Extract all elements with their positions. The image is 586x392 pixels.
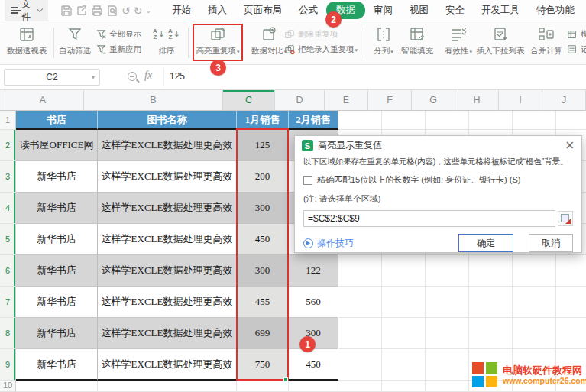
- data-validation-button[interactable]: 有效性▾: [440, 25, 477, 57]
- cell-B6[interactable]: 这样学EXCLE数据处理更高效: [98, 255, 237, 287]
- cell-H8[interactable]: [469, 318, 513, 349]
- header-cell-D1[interactable]: 2月销售: [289, 111, 338, 130]
- fill-handle[interactable]: [283, 377, 288, 382]
- select-all-corner[interactable]: [0, 90, 2, 111]
- cell-J6[interactable]: [556, 255, 586, 287]
- cell-A8[interactable]: 新华书店: [16, 318, 98, 349]
- column-header-A[interactable]: A: [2, 90, 84, 111]
- cell-C3[interactable]: 200: [237, 161, 289, 193]
- cell-B3[interactable]: 这样学EXCLE数据处理更高效: [98, 161, 237, 193]
- cell-G10[interactable]: [426, 381, 469, 392]
- cell-D7[interactable]: 560: [289, 287, 338, 318]
- smart-fill-button[interactable]: 智能填充: [397, 25, 437, 57]
- cell-E7[interactable]: [338, 287, 382, 318]
- record-form-button[interactable]: 记: [567, 44, 586, 55]
- reject-duplicates-button[interactable]: 拒绝录入重复项▾: [284, 44, 358, 55]
- cell-F8[interactable]: [382, 318, 426, 349]
- fx-icon[interactable]: fx: [144, 70, 152, 82]
- cell-B8[interactable]: 这样学EXCLE数据处理更高效: [98, 318, 237, 349]
- menu-tab-10[interactable]: 特色功能: [528, 2, 583, 19]
- cell-H6[interactable]: [469, 255, 513, 287]
- consolidate-button[interactable]: 合并计算: [527, 25, 565, 57]
- column-header-D[interactable]: D: [275, 90, 325, 111]
- export-icon[interactable]: [76, 3, 88, 18]
- cell-B7[interactable]: 这样学EXCLE数据处理更高效: [98, 287, 237, 318]
- cell-A4[interactable]: 新华书店: [16, 193, 98, 224]
- row-number-4[interactable]: 4: [0, 193, 16, 224]
- header-cell-A1[interactable]: 书店: [16, 111, 98, 130]
- save-icon[interactable]: [60, 3, 73, 18]
- customize-toolbar-icon[interactable]: ⌄: [145, 3, 151, 18]
- redo-icon[interactable]: ↻: [134, 3, 143, 18]
- tips-link[interactable]: ▶ 操作技巧: [303, 237, 354, 250]
- header-cell-B1[interactable]: 图书名称: [98, 111, 237, 130]
- menu-tab-8[interactable]: 安全: [437, 2, 473, 19]
- cell-J7[interactable]: [556, 287, 586, 318]
- column-header-G[interactable]: G: [412, 90, 455, 111]
- column-header-I[interactable]: I: [499, 90, 542, 111]
- row-number-7[interactable]: 7: [0, 287, 16, 318]
- cell-A9[interactable]: 新华书店: [16, 349, 98, 381]
- cell-J1[interactable]: [556, 111, 586, 130]
- cell-H1[interactable]: [469, 111, 513, 130]
- cell-C6[interactable]: 300: [237, 255, 289, 287]
- row-number-9[interactable]: 9: [0, 349, 16, 381]
- what-if-button[interactable]: 模: [567, 28, 586, 40]
- cell-D9[interactable]: 450: [289, 349, 338, 381]
- insert-dropdown-list-button[interactable]: 插入下拉列表: [475, 25, 526, 57]
- cell-F6[interactable]: [382, 255, 426, 287]
- cell-F7[interactable]: [382, 287, 426, 318]
- cell-G9[interactable]: [426, 349, 469, 381]
- print-preview-icon[interactable]: [106, 3, 118, 18]
- cell-G7[interactable]: [426, 287, 469, 318]
- row-number-8[interactable]: 8: [0, 318, 16, 349]
- cell-C2[interactable]: 125: [237, 130, 289, 161]
- cell-A3[interactable]: 新华书店: [16, 161, 98, 193]
- name-box[interactable]: C2 ▾: [4, 69, 100, 86]
- cell-A10[interactable]: [16, 381, 98, 392]
- cell-E6[interactable]: [338, 255, 382, 287]
- zoom-out-icon[interactable]: [128, 72, 137, 81]
- cell-I7[interactable]: [513, 287, 556, 318]
- cell-A2[interactable]: 读书屋OFFICE网: [16, 130, 98, 161]
- cell-B9[interactable]: 这样学EXCLE数据处理更高效: [98, 349, 237, 381]
- formula-input[interactable]: 125: [170, 71, 185, 82]
- cell-H7[interactable]: [469, 287, 513, 318]
- range-input[interactable]: =$C$2:$C$9: [303, 210, 555, 227]
- menu-tab-2[interactable]: 插入: [199, 2, 235, 19]
- cell-F10[interactable]: [382, 381, 426, 392]
- row-number-6[interactable]: 6: [0, 255, 16, 287]
- cell-C7[interactable]: 455: [237, 287, 289, 318]
- cell-F9[interactable]: [382, 349, 426, 381]
- cell-B4[interactable]: 这样学EXCLE数据处理更高效: [98, 193, 237, 224]
- cancel-button[interactable]: 取消: [529, 234, 573, 252]
- menu-tab-6[interactable]: 审阅: [365, 2, 401, 19]
- auto-filter-button[interactable]: 自动筛选: [57, 25, 93, 57]
- column-header-F[interactable]: F: [368, 90, 412, 111]
- cell-G1[interactable]: [426, 111, 469, 130]
- cell-I1[interactable]: [513, 111, 556, 130]
- ok-button[interactable]: 确定: [458, 234, 513, 252]
- cell-B10[interactable]: [98, 381, 237, 392]
- row-number-2[interactable]: 2: [0, 130, 16, 161]
- cell-E8[interactable]: [338, 318, 382, 349]
- header-cell-C1[interactable]: 1月销售: [237, 111, 289, 130]
- cell-C4[interactable]: 300: [237, 193, 289, 224]
- cell-G8[interactable]: [426, 318, 469, 349]
- show-all-button[interactable]: 全部显示: [96, 28, 141, 40]
- menu-tab-7[interactable]: 视图: [401, 2, 437, 19]
- cell-C9[interactable]: 750: [237, 349, 289, 381]
- cell-A7[interactable]: 新华书店: [16, 287, 98, 318]
- column-header-H[interactable]: H: [455, 90, 499, 111]
- cell-J8[interactable]: [556, 318, 586, 349]
- menu-tab-1[interactable]: 开始: [163, 2, 199, 19]
- range-picker-icon[interactable]: [558, 211, 573, 226]
- menu-tab-3[interactable]: 页面布局: [235, 2, 290, 19]
- delete-duplicates-button[interactable]: 删除重复项: [284, 28, 358, 40]
- exact-match-checkbox-row[interactable]: 精确匹配15位以上的长数字 (例如: 身份证、银行卡) (S): [303, 174, 573, 186]
- checkbox[interactable]: [303, 176, 312, 185]
- cell-B2[interactable]: 这样学EXCLE数据处理更高效: [98, 130, 237, 161]
- cell-A5[interactable]: 新华书店: [16, 224, 98, 255]
- menu-tab-9[interactable]: 开发工具: [473, 2, 528, 19]
- data-compare-button[interactable]: 数据对比▾: [249, 25, 289, 57]
